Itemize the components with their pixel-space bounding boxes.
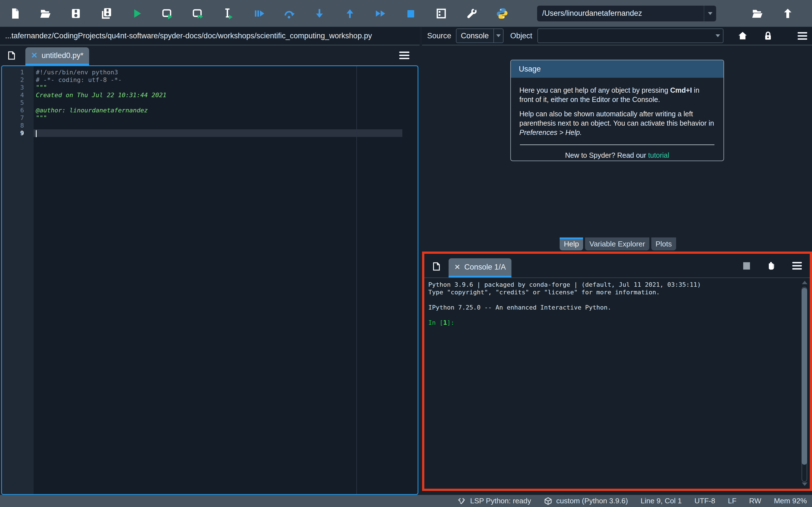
usage-paragraph-2: Help can also be shown automatically aft…: [519, 109, 715, 137]
chevron-down-icon: [496, 34, 501, 37]
interpreter-status: custom (Python 3.9.6): [544, 497, 628, 505]
working-directory-value[interactable]: /Users/linourdanetafernandez: [537, 9, 704, 18]
console-output[interactable]: Python 3.9.6 | packaged by conda-forge |…: [424, 278, 810, 329]
permissions-status: RW: [749, 497, 761, 505]
open-file-icon[interactable]: [39, 7, 52, 20]
package-cube-icon: [544, 497, 552, 505]
stop-icon[interactable]: [405, 7, 417, 20]
lsp-code-check-icon: [458, 497, 466, 505]
tab-plots[interactable]: Plots: [651, 237, 676, 250]
step-into-icon[interactable]: [313, 7, 326, 20]
line-number: 6: [2, 107, 34, 114]
help-pane: Usage Here you can get help of any objec…: [422, 45, 812, 237]
step-out-icon[interactable]: [344, 7, 356, 20]
spyder-window: /Users/linourdanetafernandez ...tafernan…: [0, 0, 812, 507]
save-all-icon[interactable]: [100, 7, 112, 20]
source-select-value: Console: [456, 32, 493, 40]
maximize-pane-icon[interactable]: [435, 7, 448, 20]
tab-help[interactable]: Help: [560, 237, 583, 250]
code-line: # -*- coding: utf-8 -*-: [34, 76, 417, 83]
code-editor[interactable]: 1 2 3 4 5 6 7 8 9 #!/usr/bin/env python3…: [1, 65, 418, 495]
parent-directory-icon[interactable]: [781, 7, 794, 20]
chevron-down-icon: [716, 34, 720, 37]
console-tab[interactable]: ✕ Console 1/A: [449, 258, 511, 277]
current-code-line: [34, 129, 402, 137]
source-label: Source: [427, 32, 451, 40]
console-tabbar: ✕ Console 1/A: [424, 254, 810, 278]
close-tab-icon[interactable]: ✕: [31, 52, 38, 59]
line-number: 2: [2, 76, 34, 83]
step-over-icon[interactable]: [283, 7, 295, 20]
debug-icon[interactable]: [252, 7, 265, 20]
run-icon[interactable]: [131, 7, 143, 20]
line-number: 1: [2, 68, 34, 76]
interrupt-kernel-icon[interactable]: [743, 262, 750, 270]
scroll-down-arrow-icon[interactable]: [802, 483, 808, 486]
run-cell-advance-icon[interactable]: [192, 7, 204, 20]
ipython-console-pane: ✕ Console 1/A Python 3.9.6 | packaged by…: [422, 251, 812, 491]
python-logo-icon: [496, 7, 508, 20]
editor-tab-label: untitled0.py*: [42, 51, 84, 60]
console-tab-label: Console 1/A: [464, 263, 506, 272]
pane-tabbar: Help Variable Explorer Plots: [422, 237, 812, 251]
console-line: IPython 7.25.0 -- An enhanced Interactiv…: [428, 304, 806, 311]
code-line: """: [34, 114, 417, 122]
console-scrollbar[interactable]: [801, 281, 808, 486]
source-select[interactable]: Console: [456, 29, 504, 43]
object-combobox[interactable]: [538, 29, 723, 43]
line-number: 4: [2, 91, 34, 99]
file-path-breadcrumb: ...tafernandez/CodingProjects/qu4nt-soft…: [0, 27, 419, 45]
new-file-icon[interactable]: [9, 7, 21, 20]
working-directory-dropdown[interactable]: [704, 6, 716, 21]
home-icon[interactable]: [737, 30, 748, 41]
text-cursor: [36, 130, 37, 137]
code-line: Created on Thu Jul 22 10:31:44 2021: [34, 91, 417, 99]
remove-variables-trash-icon[interactable]: [765, 261, 777, 272]
code-line: """: [34, 83, 417, 91]
line-number: 7: [2, 114, 34, 122]
source-select-dropdown[interactable]: [493, 29, 503, 43]
usage-divider: [520, 145, 714, 145]
usage-paragraph-1: Here you can get help of any object by p…: [519, 86, 715, 104]
cursor-position-status: Line 9, Col 1: [641, 497, 682, 505]
console-options-menu-icon[interactable]: [792, 262, 802, 270]
breadcrumb-text: ...tafernandez/CodingProjects/qu4nt-soft…: [5, 32, 372, 40]
line-number: 5: [2, 99, 34, 107]
help-pane-header: Source Console Object: [422, 27, 812, 45]
eol-status: LF: [728, 497, 737, 505]
status-bar: LSP Python: ready custom (Python 3.9.6) …: [0, 495, 812, 507]
browse-directory-icon[interactable]: [751, 7, 763, 20]
scrollbar-thumb[interactable]: [802, 288, 807, 465]
save-icon[interactable]: [70, 7, 82, 20]
tab-variable-explorer[interactable]: Variable Explorer: [585, 237, 649, 250]
main-toolbar: /Users/linourdanetafernandez: [0, 0, 812, 27]
code-line: @author: linourdanetafernandez: [34, 107, 417, 114]
preferences-wrench-icon[interactable]: [465, 7, 478, 20]
continue-icon[interactable]: [374, 7, 387, 20]
line-number: 8: [2, 122, 34, 129]
editor-options-menu-icon[interactable]: [399, 52, 409, 59]
code-area[interactable]: #!/usr/bin/env python3 # -*- coding: utf…: [34, 66, 417, 494]
browse-tabs-icon[interactable]: [6, 50, 17, 61]
encoding-status: UTF-8: [695, 497, 715, 505]
code-line: [34, 122, 417, 129]
usage-card-body: Here you can get help of any object by p…: [511, 78, 723, 160]
scroll-up-arrow-icon[interactable]: [802, 281, 808, 284]
editor-tabbar: ✕ untitled0.py*: [0, 45, 419, 65]
lsp-status: LSP Python: ready: [458, 497, 531, 505]
run-cell-icon[interactable]: [161, 7, 173, 20]
console-line: [428, 311, 806, 319]
help-options-menu-icon[interactable]: [798, 32, 807, 40]
run-selection-icon[interactable]: [222, 7, 234, 20]
lock-icon[interactable]: [762, 30, 774, 41]
line-number-gutter: 1 2 3 4 5 6 7 8 9: [2, 66, 34, 494]
memory-status: Mem 92%: [774, 497, 807, 505]
tutorial-link[interactable]: tutorial: [648, 151, 669, 159]
console-line: [428, 296, 806, 304]
object-label: Object: [510, 32, 532, 40]
close-tab-icon[interactable]: ✕: [454, 263, 460, 272]
code-line: #!/usr/bin/env python3: [34, 68, 417, 76]
working-directory-combobox[interactable]: /Users/linourdanetafernandez: [537, 6, 716, 21]
browse-tabs-icon[interactable]: [431, 261, 442, 272]
editor-tab-untitled0[interactable]: ✕ untitled0.py*: [26, 47, 89, 65]
